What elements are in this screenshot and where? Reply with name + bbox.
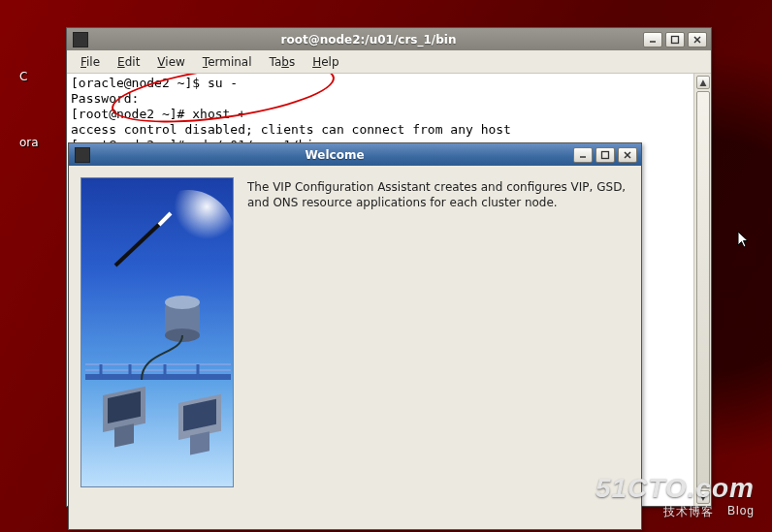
close-icon [692, 35, 702, 45]
system-menu-icon[interactable] [73, 32, 88, 47]
terminal-line: Password: [71, 91, 139, 106]
maximize-button[interactable] [595, 147, 615, 163]
svg-rect-5 [602, 151, 609, 158]
terminal-menubar: File Edit View Terminal Tabs Help [67, 50, 711, 74]
svg-point-8 [142, 190, 234, 283]
menu-edit[interactable]: Edit [112, 53, 145, 71]
terminal-line: access control disabled; clients can con… [71, 122, 511, 137]
watermark-sub: 技术博客 [663, 504, 714, 520]
watermark-brand: 51CTO.com [595, 473, 755, 504]
menu-terminal[interactable]: Terminal [197, 53, 258, 71]
svg-rect-1 [672, 36, 679, 43]
svg-rect-26 [190, 431, 209, 454]
menu-help[interactable]: Help [306, 53, 344, 71]
watermark-sub: Blog [727, 504, 755, 520]
scroll-up-button[interactable]: ▲ [696, 76, 710, 89]
maximize-icon [670, 35, 680, 45]
close-button[interactable] [688, 32, 707, 47]
maximize-button[interactable] [665, 32, 685, 47]
svg-rect-11 [85, 374, 231, 380]
minimize-icon [578, 150, 588, 160]
terminal-line: [oracle@node2 ~]$ su - [71, 76, 238, 90]
menu-tabs[interactable]: Tabs [264, 53, 302, 71]
welcome-illustration [80, 177, 234, 487]
scroll-thumb[interactable] [696, 91, 710, 488]
terminal-titlebar[interactable]: root@node2:/u01/crs_1/bin [67, 28, 711, 50]
terminal-scrollbar[interactable]: ▲ ▼ [693, 74, 711, 506]
welcome-window: Welcome [68, 142, 642, 530]
minimize-icon [648, 35, 658, 45]
close-button[interactable] [618, 147, 637, 163]
maximize-icon [600, 150, 610, 160]
terminal-line: [root@node2 ~]# xhost + [71, 107, 245, 121]
desktop-left-labels: C ora [19, 70, 39, 202]
minimize-button[interactable] [643, 32, 662, 47]
system-menu-icon[interactable] [75, 147, 90, 163]
watermark: 51CTO.com 技术博客 Blog [595, 473, 755, 520]
menu-file[interactable]: File [75, 53, 106, 71]
terminal-title: root@node2:/u01/crs_1/bin [94, 33, 643, 47]
close-icon [623, 150, 632, 160]
desktop-label: ora [19, 136, 39, 149]
minimize-button[interactable] [573, 147, 593, 163]
welcome-title: Welcome [96, 148, 573, 162]
menu-view[interactable]: View [151, 53, 190, 71]
svg-point-19 [165, 296, 200, 309]
desktop-label: C [19, 70, 39, 83]
welcome-titlebar[interactable]: Welcome [69, 143, 641, 166]
svg-rect-23 [114, 423, 134, 447]
welcome-text: The VIP Configuration Assistant creates … [247, 177, 629, 517]
